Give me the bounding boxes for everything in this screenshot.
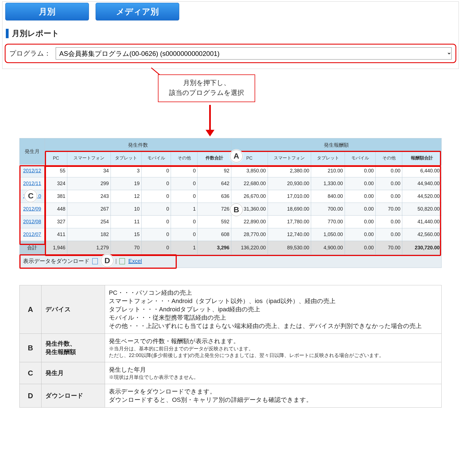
cell-reward: 17,010.00: [268, 190, 311, 203]
cell-reward: 210.00: [311, 165, 345, 177]
download-separator: |: [115, 258, 117, 264]
table-row: 2012/07411182150060828,770.0012,740.001,…: [20, 228, 442, 241]
cell-reward: 0.00: [345, 203, 375, 216]
excel-file-icon: [119, 258, 125, 264]
th-device: その他: [376, 152, 402, 165]
cell-reward: 0.00: [345, 190, 375, 203]
th-reward-sum: 報酬額合計: [402, 152, 442, 165]
cell-reward: 18,690.00: [268, 203, 311, 216]
legend-desc: 発生した年月※現状は月単位でしか表示できません。: [105, 362, 442, 384]
cell-count: 267: [67, 203, 111, 216]
callout-line1: 月別を押下し、: [169, 78, 244, 88]
th-device: タブレット: [311, 152, 345, 165]
cell-reward: 26,670.00: [231, 190, 268, 203]
cell-reward: 20,930.00: [268, 177, 311, 190]
total-count-sum: 3,296: [198, 241, 231, 255]
cell-count: 0: [171, 216, 198, 228]
total-label: 合計: [20, 241, 45, 255]
program-select[interactable]: AS会員募集プログラム(00-0626) (s00000000002001): [56, 47, 452, 60]
callout-line2: 該当のプログラムを選択: [169, 88, 244, 98]
total-reward: 136,220.00: [231, 241, 268, 255]
cell-count-sum: 636: [198, 190, 231, 203]
month-link[interactable]: 2012/08: [20, 216, 45, 228]
cell-reward: 28,770.00: [231, 228, 268, 241]
total-count: 1,279: [67, 241, 111, 255]
th-count-sum: 件数合計: [198, 152, 231, 165]
cell-count: 3: [111, 165, 141, 177]
legend-desc: 発生ベースでの件数・報酬額が表示されます。※当月分は、基本的に前日分までのデータ…: [105, 334, 442, 362]
month-link[interactable]: 2012/11: [20, 177, 45, 190]
tab-monthly[interactable]: 月別: [5, 3, 89, 20]
download-excel-link[interactable]: Excel: [128, 258, 142, 264]
cell-reward-sum: 50,820.00: [402, 203, 442, 216]
callout-box: 月別を押下し、 該当のプログラムを選択: [158, 74, 255, 102]
th-device: モバイル: [142, 152, 171, 165]
cell-reward-sum: 44,520.00: [402, 190, 442, 203]
cell-reward: 0.00: [376, 165, 402, 177]
callout-area: 月別を押下し、 該当のプログラムを選択: [0, 69, 461, 138]
cell-count-sum: 608: [198, 228, 231, 241]
th-device: その他: [171, 152, 198, 165]
table-row: 2012/11324299190064222,680.0020,930.001,…: [20, 177, 442, 190]
cell-count: 182: [67, 228, 111, 241]
download-bar: 表示データをダウンロード CSV | Excel: [19, 255, 442, 268]
total-count: 70: [111, 241, 141, 255]
cell-count-sum: 726: [198, 203, 231, 216]
cell-count: 15: [111, 228, 141, 241]
cell-reward: 2,380.00: [268, 165, 311, 177]
total-count: 0: [142, 241, 171, 255]
legend-row: B発生件数、発生報酬額発生ベースでの件数・報酬額が表示されます。※当月分は、基本…: [20, 334, 442, 362]
total-count: 1,946: [45, 241, 67, 255]
legend-row: AデバイスPC・・・パソコン経由の売上スマートフォン・・・Android（タブレ…: [20, 285, 442, 334]
cell-reward-sum: 44,940.00: [402, 177, 442, 190]
program-label: プログラム：: [9, 49, 51, 58]
cell-reward: 70.00: [376, 203, 402, 216]
cell-count: 0: [142, 216, 171, 228]
month-link[interactable]: 2012/12: [20, 165, 45, 177]
th-device: スマートフォン: [268, 152, 311, 165]
legend-name: 発生件数、発生報酬額: [42, 334, 105, 362]
table-row: 2012/125534300923,850.002,380.00210.000.…: [20, 165, 442, 177]
month-link[interactable]: 2012/07: [20, 228, 45, 241]
cell-reward: 770.00: [311, 216, 345, 228]
cell-count: 381: [45, 190, 67, 203]
cell-count: 0: [142, 190, 171, 203]
cell-reward-sum: 42,560.00: [402, 228, 442, 241]
cell-reward: 1,050.00: [311, 228, 345, 241]
cell-reward: 700.00: [311, 203, 345, 216]
cell-count: 0: [171, 190, 198, 203]
marker-C: C: [24, 190, 37, 202]
cell-count: 0: [142, 203, 171, 216]
th-device: スマートフォン: [67, 152, 111, 165]
cell-count: 34: [67, 165, 111, 177]
cell-count: 12: [111, 190, 141, 203]
cell-count: 10: [111, 203, 141, 216]
th-device: モバイル: [345, 152, 375, 165]
th-count-group: 発生件数: [45, 138, 231, 152]
legend-row: Dダウンロード表示データをダウンロードできます。ダウンロードすると、OS別・キャ…: [20, 384, 442, 408]
cell-count: 1: [171, 203, 198, 216]
legend-letter: D: [20, 384, 42, 408]
legend-desc: PC・・・パソコン経由の売上スマートフォン・・・Android（タブレット以外）…: [105, 285, 442, 334]
cell-count: 0: [142, 228, 171, 241]
marker-B: B: [230, 203, 243, 216]
section-heading: 月別レポート: [6, 28, 457, 39]
tab-by-media[interactable]: メディア別: [96, 3, 179, 20]
total-reward-sum: 230,720.00: [402, 241, 442, 255]
cell-reward: 3,850.00: [231, 165, 268, 177]
cell-reward: 17,780.00: [268, 216, 311, 228]
legend-desc: 表示データをダウンロードできます。ダウンロードすると、OS別・キャリア別の詳細デ…: [105, 384, 442, 408]
legend-name: デバイス: [42, 285, 105, 334]
csv-file-icon: [92, 258, 98, 264]
cell-count: 0: [171, 165, 198, 177]
legend-letter: A: [20, 285, 42, 334]
th-month: 発生月: [20, 138, 45, 165]
cell-reward: 0.00: [376, 216, 402, 228]
marker-A: A: [230, 150, 243, 162]
cell-reward-sum: 6,440.00: [402, 165, 442, 177]
cell-reward: 22,890.00: [231, 216, 268, 228]
table-row: 2012/10381243120063626,670.0017,010.0084…: [20, 190, 442, 203]
cell-count-sum: 92: [198, 165, 231, 177]
th-reward-group: 発生報酬額: [231, 138, 441, 152]
month-link[interactable]: 2012/09: [20, 203, 45, 216]
